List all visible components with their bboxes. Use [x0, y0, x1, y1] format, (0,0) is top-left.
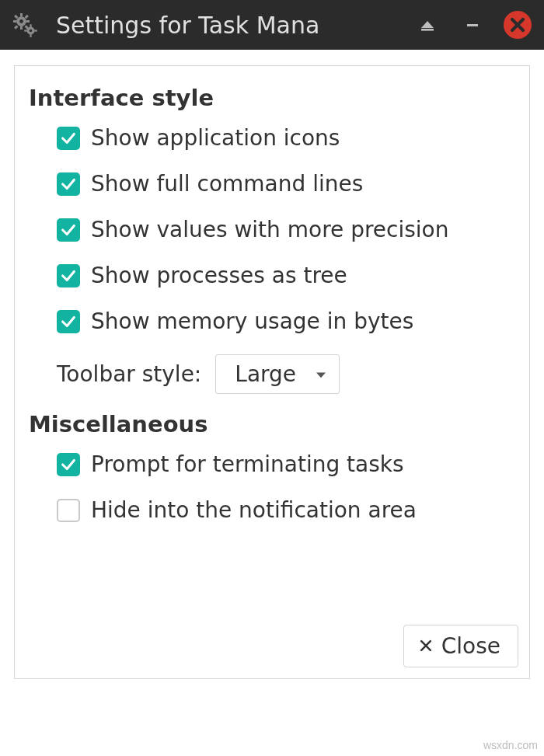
label-hide-notification: Hide into the notification area: [91, 497, 417, 523]
content-frame: Interface style Show application icons S…: [14, 65, 530, 679]
checkbox-show-precision[interactable]: [57, 218, 80, 242]
close-x-icon: [418, 633, 434, 659]
window-title: Settings for Task Mana: [56, 12, 398, 39]
svg-point-15: [30, 30, 33, 33]
svg-rect-2: [20, 26, 23, 30]
option-show-mem-bytes[interactable]: Show memory usage in bytes: [57, 308, 518, 334]
section-misc-title: Miscellaneous: [29, 411, 518, 437]
checkbox-show-cmd-lines[interactable]: [57, 172, 80, 196]
dialog-footer: Close: [403, 625, 518, 667]
label-show-cmd-lines: Show full command lines: [91, 171, 363, 197]
toolbar-style-row: Toolbar style: Large: [57, 354, 518, 394]
toolbar-style-dropdown[interactable]: Large: [215, 354, 340, 394]
checkbox-prompt-terminate[interactable]: [57, 453, 80, 476]
titlebar: Settings for Task Mana: [0, 0, 544, 50]
option-prompt-terminate[interactable]: Prompt for terminating tasks: [57, 451, 518, 477]
label-prompt-terminate: Prompt for terminating tasks: [91, 451, 404, 477]
svg-rect-17: [467, 24, 478, 26]
svg-rect-12: [24, 30, 27, 31]
watermark: wsxdn.com: [483, 739, 538, 751]
label-show-app-icons: Show application icons: [91, 125, 340, 151]
option-show-precision[interactable]: Show values with more precision: [57, 217, 518, 242]
shade-button[interactable]: [412, 9, 443, 40]
gear-icon: [8, 8, 42, 42]
settings-window: Settings for Task Mana Interface style: [0, 0, 544, 688]
label-show-precision: Show values with more precision: [91, 217, 448, 242]
svg-rect-5: [14, 15, 18, 19]
svg-rect-13: [34, 30, 37, 31]
checkbox-show-mem-bytes[interactable]: [57, 310, 80, 333]
option-hide-notification[interactable]: Hide into the notification area: [57, 497, 518, 523]
svg-rect-11: [30, 34, 31, 37]
option-show-tree[interactable]: Show processes as tree: [57, 263, 518, 288]
minimize-button[interactable]: [457, 9, 488, 40]
option-show-app-icons[interactable]: Show application icons: [57, 125, 518, 151]
checkbox-hide-notification[interactable]: [57, 499, 80, 522]
svg-rect-1: [20, 13, 23, 17]
close-button[interactable]: Close: [403, 625, 518, 667]
checkbox-show-app-icons[interactable]: [57, 127, 80, 150]
label-show-tree: Show processes as tree: [91, 263, 347, 288]
toolbar-style-value: Large: [235, 361, 296, 387]
checkbox-show-tree[interactable]: [57, 264, 80, 287]
svg-rect-16: [421, 29, 434, 31]
svg-rect-3: [13, 20, 17, 23]
svg-point-14: [19, 19, 23, 23]
window-close-button[interactable]: [502, 9, 533, 40]
option-show-cmd-lines[interactable]: Show full command lines: [57, 171, 518, 197]
svg-rect-7: [25, 15, 29, 19]
section-interface-title: Interface style: [29, 85, 518, 111]
chevron-down-icon: [314, 361, 328, 387]
content-area: Interface style Show application icons S…: [0, 50, 544, 688]
svg-rect-10: [30, 24, 31, 27]
close-button-label: Close: [441, 633, 500, 659]
toolbar-style-label: Toolbar style:: [57, 361, 201, 387]
svg-rect-8: [14, 25, 18, 29]
svg-rect-4: [26, 20, 30, 23]
label-show-mem-bytes: Show memory usage in bytes: [91, 308, 413, 334]
